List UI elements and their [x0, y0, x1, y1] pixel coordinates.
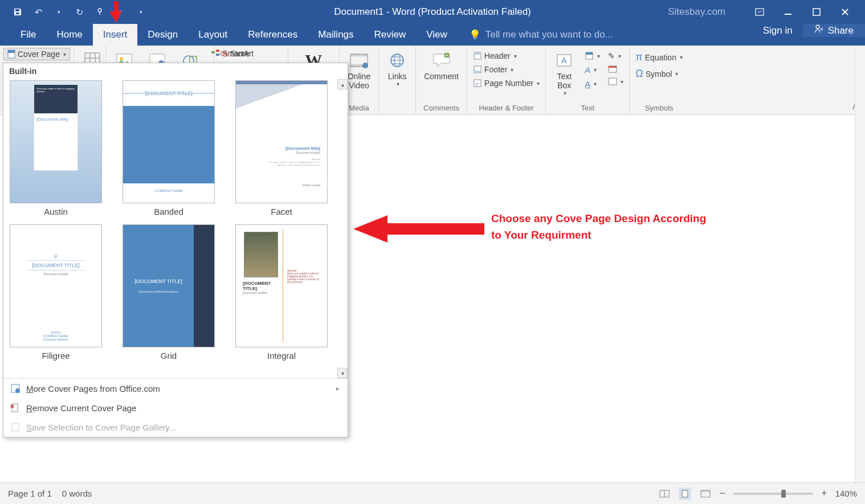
page-number-icon: # — [473, 79, 482, 88]
vertical-scrollbar[interactable] — [855, 46, 865, 482]
links-label: Links — [388, 72, 407, 81]
save-cover-page-label: Save Selection to Cover Page Gallery... — [26, 423, 176, 432]
gallery-item-austin: Draw your reader in with an engaging abs… — [8, 80, 104, 220]
zoom-out-button[interactable]: − — [720, 487, 726, 499]
comment-button[interactable]: Comment — [419, 48, 463, 83]
tab-review[interactable]: Review — [364, 24, 417, 46]
video-icon — [349, 50, 369, 71]
remove-cover-page[interactable]: Remove Current Cover Page — [3, 398, 348, 417]
annotation-text: Choose any Cove Page Design According to… — [491, 211, 706, 243]
remove-icon — [10, 403, 21, 413]
symbol-button[interactable]: ΩSymbol▾ — [633, 67, 685, 81]
svg-rect-1 — [756, 9, 764, 15]
cover-page-button[interactable]: Cover Page ▾ — [3, 48, 70, 60]
quick-parts-icon — [585, 51, 594, 60]
gallery-label: Austin — [44, 203, 68, 220]
tab-references[interactable]: References — [238, 24, 308, 46]
tell-me-placeholder: Tell me what you want to do... — [485, 29, 613, 40]
zoom-slider[interactable] — [733, 493, 813, 495]
more-cover-pages-label: More Cover Pages from Office.com — [26, 384, 160, 394]
touch-mode-icon[interactable] — [95, 7, 105, 17]
ribbon-group-links: Links▾ — [379, 46, 416, 114]
svg-rect-35 — [609, 66, 617, 68]
signature-icon: ✎ — [608, 51, 615, 60]
status-bar: Page 1 of 1 0 words − + 140% — [0, 482, 865, 504]
gallery-label: Grid — [161, 347, 177, 364]
remove-cover-page-label: Remove Current Cover Page — [26, 403, 136, 413]
gallery-item-facet: [Document title][Document subtitle]Abstr… — [234, 80, 329, 220]
undo-icon[interactable]: ↶ — [33, 7, 43, 17]
word-count[interactable]: 0 words — [62, 489, 92, 498]
cover-page-icon — [7, 50, 15, 59]
minimize-icon[interactable] — [780, 3, 797, 21]
date-time-button[interactable] — [606, 64, 626, 74]
svg-rect-2 — [785, 14, 791, 15]
tab-view[interactable]: View — [416, 24, 458, 46]
quick-parts-button[interactable]: ▾ — [582, 50, 602, 62]
cover-thumb-grid[interactable]: [DOCUMENT TITLE]Document subtitle lorem … — [123, 224, 215, 347]
drop-cap-icon: A — [585, 79, 590, 89]
page-indicator[interactable]: Page 1 of 1 — [8, 489, 52, 498]
save-icon[interactable] — [13, 7, 23, 17]
save-gallery-icon — [10, 422, 21, 432]
page-number-button[interactable]: #Page Number▾ — [471, 77, 542, 89]
save-cover-page: Save Selection to Cover Page Gallery... — [3, 417, 348, 437]
tab-mailings[interactable]: Mailings — [308, 24, 364, 46]
watermark-text: Sitesbay.com — [668, 6, 725, 18]
zoom-in-button[interactable]: + — [821, 487, 827, 499]
header-footer-group-label: Header & Footer — [471, 103, 542, 113]
gallery-scrollbar[interactable]: ▴ ▾ — [337, 79, 348, 378]
redo-icon[interactable]: ↻ — [74, 7, 84, 17]
title-bar: ↶ ▾ ↻ ▾ ▾ Document1 - Word (Product Acti… — [0, 0, 865, 24]
text-box-icon: A — [554, 50, 574, 71]
zoom-level[interactable]: 140% — [835, 489, 857, 498]
symbol-icon: Ω — [635, 68, 643, 80]
cover-thumb-filigree[interactable]: ❦ [DOCUMENT TITLE] [Document subtitle] [… — [10, 224, 102, 347]
ribbon-display-options-icon[interactable] — [751, 3, 768, 21]
cover-thumb-facet[interactable]: [Document title][Document subtitle]Abstr… — [235, 80, 328, 203]
ribbon-group-header-footer: Header▾ Footer▾ #Page Number▾ Header & F… — [467, 46, 546, 114]
text-box-button[interactable]: AText Box▾ — [549, 48, 579, 99]
svg-rect-6 — [8, 50, 15, 53]
svg-rect-33 — [586, 52, 593, 55]
store-button[interactable]: 🛍Store — [218, 48, 251, 59]
links-button[interactable]: Links▾ — [382, 48, 412, 89]
cover-thumb-integral[interactable]: [DOCUMENTTITLE] [Document subtitle] Abst… — [235, 224, 328, 347]
print-layout-icon[interactable] — [679, 487, 691, 500]
header-button[interactable]: Header▾ — [471, 50, 542, 62]
cover-thumb-austin[interactable]: Draw your reader in with an engaging abs… — [10, 80, 102, 203]
close-icon[interactable] — [837, 3, 854, 21]
web-layout-icon[interactable] — [699, 487, 712, 500]
tab-home[interactable]: Home — [46, 24, 92, 46]
scroll-up-icon[interactable]: ▴ — [337, 79, 348, 89]
chevron-down-icon: ▾ — [63, 51, 66, 58]
gallery-item-banded: [DOCUMENT TITLE] COMPANY NAME Banded — [121, 80, 217, 220]
svg-rect-40 — [12, 423, 19, 431]
object-button[interactable]: ▾ — [606, 76, 626, 87]
tab-insert[interactable]: Insert — [93, 24, 138, 46]
tab-file[interactable]: File — [10, 24, 46, 46]
tab-layout[interactable]: Layout — [188, 24, 238, 46]
gallery-item-integral: [DOCUMENTTITLE] [Document subtitle] Abst… — [234, 224, 329, 364]
qat-customize-icon[interactable]: ▾ — [136, 7, 146, 17]
undo-dropdown-icon[interactable]: ▾ — [54, 7, 64, 17]
read-mode-icon[interactable] — [658, 487, 671, 500]
wordart-button[interactable]: A▾ — [582, 64, 602, 76]
signature-line-button[interactable]: ✎▾ — [606, 50, 626, 62]
scroll-down-icon[interactable]: ▾ — [337, 368, 348, 378]
comment-label: Comment — [424, 72, 459, 81]
equation-button[interactable]: πEquation▾ — [633, 50, 685, 64]
lightbulb-icon: 💡 — [469, 29, 481, 41]
cover-thumb-banded[interactable]: [DOCUMENT TITLE] COMPANY NAME — [123, 80, 215, 203]
drop-cap-button[interactable]: A▾ — [582, 78, 602, 90]
tell-me-search[interactable]: 💡 Tell me what you want to do... — [469, 24, 613, 46]
maximize-icon[interactable] — [808, 3, 825, 21]
more-cover-pages[interactable]: More Cover Pages from Office.com ▸ — [3, 379, 348, 398]
equation-label: Equation — [645, 53, 676, 62]
tab-design[interactable]: Design — [137, 24, 188, 46]
sign-in-link[interactable]: Sign in — [753, 24, 803, 37]
wordart-icon: A — [585, 65, 590, 75]
symbol-label: Symbol — [646, 69, 672, 79]
footer-button[interactable]: Footer▾ — [471, 64, 542, 75]
share-button[interactable]: Share — [803, 24, 865, 37]
